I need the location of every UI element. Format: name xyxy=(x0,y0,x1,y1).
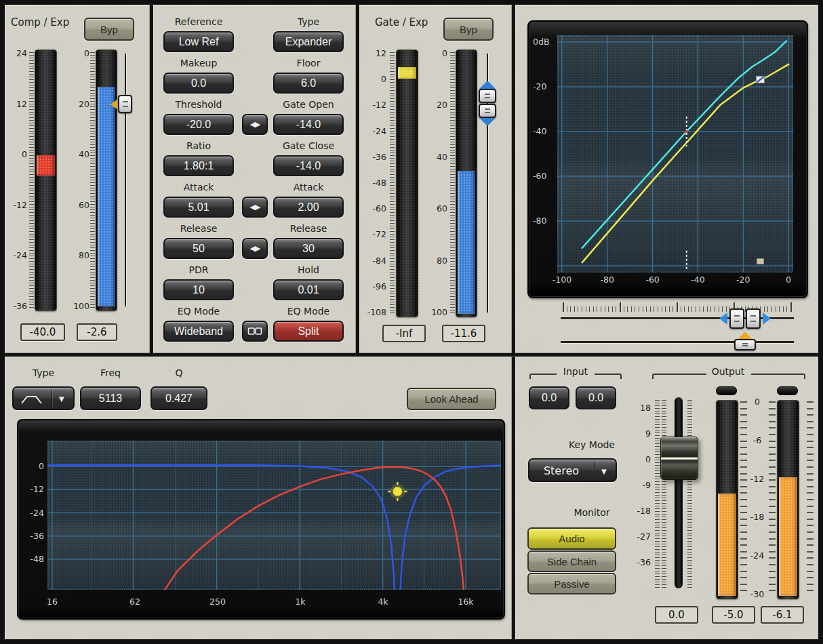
threshold-slider-rail[interactable] xyxy=(561,341,794,343)
curve-handle-marker[interactable] xyxy=(757,258,763,264)
threshold-slider-handle[interactable] xyxy=(734,339,756,350)
scale-label: -18 xyxy=(629,507,651,516)
eq-mode-link-button[interactable] xyxy=(242,321,268,342)
look-ahead-button[interactable]: Look Ahead xyxy=(407,388,496,410)
fader-ticks-right xyxy=(687,400,692,588)
output-right-meter xyxy=(777,400,799,599)
output-right-clip-led[interactable] xyxy=(777,386,798,395)
reference-button[interactable]: Low Ref xyxy=(163,31,234,52)
eq-graph-bezel: 0-12-24-36-48 16622501k4k16k xyxy=(17,419,505,620)
scale-label: 0 xyxy=(786,276,791,285)
output-left-peak-value[interactable]: -5.0 xyxy=(712,606,755,624)
scale-label: -80 xyxy=(533,217,557,226)
gate-open-value-button[interactable]: -14.0 xyxy=(273,114,344,135)
scale-label: 18 xyxy=(629,404,651,413)
comp-release-value-button[interactable]: 50 xyxy=(163,238,234,259)
gate-level-scale: 020406080100 xyxy=(424,54,447,313)
scale-label: 62 xyxy=(129,598,140,607)
eq-graph[interactable] xyxy=(47,441,501,590)
param-label: Threshold xyxy=(163,99,234,110)
gate-gr-ticks xyxy=(390,52,395,315)
gate-close-handle[interactable] xyxy=(479,104,496,118)
param-label: Ratio xyxy=(163,140,234,152)
eq-mode-split-button[interactable]: Split xyxy=(273,321,344,342)
comp-threshold-rail[interactable] xyxy=(125,54,126,306)
gate-close-slider-handle[interactable] xyxy=(746,308,761,329)
monitor-audio-button[interactable]: Audio xyxy=(527,527,616,550)
threshold-link-button[interactable]: ◀▶ xyxy=(242,114,268,135)
eq-freq-value-button[interactable]: 5113 xyxy=(80,386,141,410)
param-label: Release xyxy=(163,223,234,235)
eq-freq-label: Freq xyxy=(80,367,141,379)
gate-gr-value[interactable]: -Inf xyxy=(382,325,426,342)
comp-gr-meter xyxy=(35,49,57,311)
output-left-clip-led[interactable] xyxy=(716,386,737,395)
monitor-side-chain-button[interactable]: Side Chain xyxy=(527,550,616,572)
transfer-x-axis-labels: -100-80-60-40-200 xyxy=(562,276,788,287)
scale-label: -36 xyxy=(629,559,651,567)
eq-mode-wideband-button[interactable]: Wideband xyxy=(163,321,234,342)
comp-bypass-button[interactable]: Byp xyxy=(84,18,134,41)
comp-gr-scale: 24120-12-24-36 xyxy=(5,54,27,306)
gate-level-value[interactable]: -11.6 xyxy=(442,325,485,342)
scale-label: -80 xyxy=(601,276,614,285)
floor-value-button[interactable]: 6.0 xyxy=(273,73,344,94)
scale-label: -12 xyxy=(24,485,44,494)
gate-close-value-button[interactable]: -14.0 xyxy=(273,155,344,176)
key-mode-dropdown[interactable]: Stereo ▼ xyxy=(528,458,617,482)
comp-level-value[interactable]: -2.6 xyxy=(77,323,117,341)
transfer-graph[interactable] xyxy=(557,35,793,273)
scale-label: -60 xyxy=(533,172,557,181)
gate-open-slider-arrow-icon xyxy=(719,313,727,325)
makeup-value-button[interactable]: 0.0 xyxy=(163,73,234,94)
comp-threshold-handle[interactable] xyxy=(118,95,132,113)
bandpass-curve-icon xyxy=(21,395,43,405)
gate-open-slider-handle[interactable] xyxy=(729,308,744,329)
transfer-function-chart[interactable] xyxy=(557,35,793,273)
monitor-passive-button[interactable]: Passive xyxy=(527,573,616,595)
scale-label: -48 xyxy=(362,179,386,188)
output-fader-value[interactable]: 0.0 xyxy=(655,606,698,624)
output-fader-handle[interactable] xyxy=(660,437,698,480)
fader-slot[interactable] xyxy=(675,397,683,588)
scale-label: 9 xyxy=(629,430,651,439)
param-label: Type xyxy=(273,16,344,28)
comp-gr-value[interactable]: -40.0 xyxy=(20,323,65,341)
scale-label: 16k xyxy=(458,598,473,607)
scale-label: 100 xyxy=(65,302,89,311)
hold-value-button[interactable]: 0.01 xyxy=(273,279,344,300)
gate-level-ticks xyxy=(450,52,455,315)
scale-label: -48 xyxy=(24,555,44,564)
scale-label: -27 xyxy=(629,533,651,542)
gate-bypass-button[interactable]: Byp xyxy=(443,18,494,41)
eq-type-dropdown[interactable]: ▼ xyxy=(12,386,75,410)
comp-gr-ticks xyxy=(29,52,34,309)
comp-attack-value-button[interactable]: 5.01 xyxy=(163,197,234,218)
gate-gr-meter xyxy=(396,49,418,317)
release-link-button[interactable]: ◀▶ xyxy=(242,238,268,259)
scale-label: 60 xyxy=(65,201,89,210)
divider xyxy=(356,5,359,355)
input-group-label: Input xyxy=(557,366,594,378)
input-gain-left-button[interactable]: 0.0 xyxy=(529,386,569,409)
eq-q-value-button[interactable]: 0.427 xyxy=(150,386,207,410)
param-label: Attack xyxy=(163,182,234,193)
gate-open-handle[interactable] xyxy=(479,89,496,103)
link-arrows-icon: ◀▶ xyxy=(250,244,260,253)
gate-attack-value-button[interactable]: 2.00 xyxy=(273,197,344,218)
eq-point-marker[interactable] xyxy=(393,487,402,496)
input-gain-right-button[interactable]: 0.0 xyxy=(576,386,616,409)
fader-scale: 1890-9-18-27-36 xyxy=(629,408,651,563)
eq-x-axis-labels: 16622501k4k16k xyxy=(52,598,466,610)
pdr-value-button[interactable]: 10 xyxy=(163,279,234,300)
output-ticks-mid xyxy=(769,401,776,595)
threshold-value-button[interactable]: -20.0 xyxy=(163,114,234,135)
ratio-value-button[interactable]: 1.80:1 xyxy=(163,155,234,176)
comp-level-meter xyxy=(96,49,117,311)
sidechain-eq-chart[interactable] xyxy=(47,441,501,590)
attack-link-button[interactable]: ◀▶ xyxy=(242,197,268,218)
output-right-peak-value[interactable]: -6.1 xyxy=(761,606,804,624)
type-button[interactable]: Expander xyxy=(273,31,344,52)
gate-release-value-button[interactable]: 30 xyxy=(273,238,344,259)
scale-label: 20 xyxy=(424,101,447,110)
